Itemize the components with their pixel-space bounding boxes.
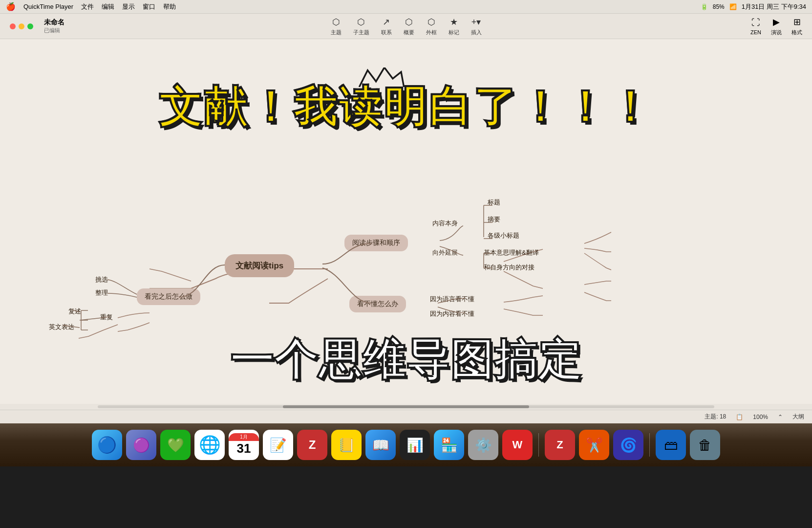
present-button[interactable]: ▶ 演说 xyxy=(771,17,782,36)
toolbar-connect[interactable]: ↗ 联系 xyxy=(381,17,392,36)
dock-dictionary[interactable]: 📖 xyxy=(365,430,396,460)
node-retell: 复述 xyxy=(68,307,81,316)
node-language-issue: 因为语言看不懂 xyxy=(430,295,474,304)
menu-window[interactable]: 窗口 xyxy=(143,2,155,11)
node-select: 挑选 xyxy=(95,275,108,284)
present-icon: ▶ xyxy=(773,17,780,27)
menu-edit[interactable]: 编辑 xyxy=(102,2,114,11)
canvas-big-bottom: 一个思维导图搞定 xyxy=(230,331,582,389)
format-button[interactable]: ⊞ 格式 xyxy=(791,17,802,36)
theme-count: 主题: 18 xyxy=(705,413,726,421)
dock-trash[interactable]: 🗑 xyxy=(690,430,720,460)
dock-calendar[interactable]: 1月 31 xyxy=(229,430,259,460)
wifi-icon: 📶 xyxy=(729,3,737,10)
node-center[interactable]: 文献阅读tips xyxy=(225,254,294,277)
dock-notes[interactable]: 📒 xyxy=(331,430,362,460)
canvas-area[interactable]: 文献！我读明白了！！！ xyxy=(0,39,812,404)
app-name[interactable]: QuickTime Player xyxy=(23,3,73,10)
dock-system-prefs[interactable]: ⚙️ xyxy=(468,430,498,460)
maximize-button[interactable] xyxy=(27,23,33,29)
toolbar-sub-topic[interactable]: ⬡ 子主题 xyxy=(353,17,369,36)
dock-wechat[interactable]: 💚 xyxy=(160,430,191,460)
node-content-issue: 因为内容看不懂 xyxy=(430,309,474,318)
toolbar-summary[interactable]: ⬡ 概要 xyxy=(404,17,414,36)
mark-label: 标记 xyxy=(449,29,459,36)
dock-ferrite[interactable]: 📊 xyxy=(400,430,430,460)
connect-label: 联系 xyxy=(381,29,392,36)
zoom-up-icon[interactable]: ⌃ xyxy=(778,414,783,420)
battery-level: 85% xyxy=(713,3,725,10)
boundary-icon: ⬡ xyxy=(427,17,435,27)
canvas-big-title: 文献！我读明白了！！！ xyxy=(159,78,653,136)
horizontal-scrollbar[interactable] xyxy=(0,404,812,410)
dock-appstore[interactable]: 🏪 xyxy=(434,430,464,460)
dock-launchpad[interactable]: 🟣 xyxy=(126,430,156,460)
node-organize: 整理 xyxy=(95,288,108,297)
minimize-button[interactable] xyxy=(19,23,24,29)
document-title-area: 未命名 已编辑 xyxy=(44,18,64,34)
zen-label: ZEN xyxy=(750,29,761,35)
statusbar: 主题: 18 📋 100% ⌃ 大纲 xyxy=(0,410,812,423)
scrollbar-track[interactable] xyxy=(98,405,714,408)
summary-label: 概要 xyxy=(404,29,414,36)
mark-icon: ★ xyxy=(450,17,458,27)
node-reading-steps[interactable]: 阅读步骤和顺序 xyxy=(344,235,408,251)
battery-icon: 🔋 xyxy=(701,3,708,10)
dock-zotero2[interactable]: Z xyxy=(545,430,575,460)
connect-icon: ↗ xyxy=(383,17,390,27)
node-content-itself[interactable]: 内容本身 xyxy=(432,219,458,228)
document-title: 未命名 xyxy=(44,18,64,27)
traffic-lights xyxy=(10,23,33,29)
toolbar-center: ⬡ 主题 ⬡ 子主题 ↗ 联系 ⬡ 概要 ⬡ 外框 ★ 标记 +▾ 插入 xyxy=(331,17,482,36)
menu-help[interactable]: 帮助 xyxy=(163,2,176,11)
dock: 🔵 🟣 💚 🌐 1月 31 📝 Z 📒 📖 📊 🏪 ⚙️ W Z ✂️ 🌀 🗃 … xyxy=(0,423,812,466)
apple-menu[interactable]: 🍎 xyxy=(6,2,16,11)
view-mode-label: 大纲 xyxy=(792,413,804,421)
sub-topic-label: 子主题 xyxy=(353,29,369,36)
dock-scissors[interactable]: ✂️ xyxy=(579,430,609,460)
summary-icon: ⬡ xyxy=(405,17,413,27)
dock-divider xyxy=(538,433,539,457)
toolbar-insert[interactable]: +▾ 插入 xyxy=(471,17,482,36)
node-cant-understand[interactable]: 看不懂怎么办 xyxy=(349,296,406,312)
menu-file[interactable]: 文件 xyxy=(81,2,94,11)
dock-reminders[interactable]: 📝 xyxy=(263,430,293,460)
dock-zotero[interactable]: Z xyxy=(297,430,327,460)
zen-button[interactable]: ⛶ ZEN xyxy=(750,18,761,35)
dock-pockity[interactable]: 🌀 xyxy=(613,430,643,460)
node-outward-expand[interactable]: 向外延展 xyxy=(432,248,458,257)
close-button[interactable] xyxy=(10,23,16,29)
dock-wps[interactable]: W xyxy=(502,430,533,460)
node-title: 标题 xyxy=(488,198,500,207)
toolbar-mark[interactable]: ★ 标记 xyxy=(449,17,459,36)
toolbar-boundary[interactable]: ⬡ 外框 xyxy=(426,17,437,36)
menubar: 🍎 QuickTime Player 文件 编辑 显示 窗口 帮助 🔋 85% … xyxy=(0,0,812,14)
node-self-direction: 和自身方向的对接 xyxy=(484,263,534,272)
node-english-expr: 英文表达 xyxy=(49,323,74,331)
dock-finder[interactable]: 🔵 xyxy=(92,430,122,460)
document-status: 已编辑 xyxy=(44,27,64,34)
menu-view[interactable]: 显示 xyxy=(122,2,135,11)
node-basic-understanding: 基本意思理解&翻译 xyxy=(484,248,539,257)
zen-icon: ⛶ xyxy=(751,18,760,28)
format-icon: ⊞ xyxy=(793,17,801,27)
dock-divider-2 xyxy=(649,433,650,457)
scrollbar-thumb[interactable] xyxy=(283,405,530,408)
main-topic-label: 主题 xyxy=(331,29,342,36)
insert-label: 插入 xyxy=(471,29,482,36)
present-label: 演说 xyxy=(771,29,782,36)
format-label: 格式 xyxy=(791,29,802,36)
zoom-level: 100% xyxy=(753,414,768,420)
datetime: 1月31日 周三 下午9:34 xyxy=(742,2,806,11)
node-subtitles: 各级小标题 xyxy=(488,231,519,240)
node-repeat: 重复 xyxy=(100,313,113,322)
insert-icon: +▾ xyxy=(471,17,481,27)
node-after-reading[interactable]: 看完之后怎么做 xyxy=(137,288,200,305)
menubar-right: 🔋 85% 📶 1月31日 周三 下午9:34 xyxy=(701,2,806,11)
boundary-label: 外框 xyxy=(426,29,437,36)
toolbar-main-topic[interactable]: ⬡ 主题 xyxy=(331,17,342,36)
dock-chrome[interactable]: 🌐 xyxy=(194,430,225,460)
sub-topic-icon: ⬡ xyxy=(357,17,365,27)
toolbar-right: ⛶ ZEN ▶ 演说 ⊞ 格式 xyxy=(750,17,802,36)
dock-files[interactable]: 🗃 xyxy=(656,430,686,460)
